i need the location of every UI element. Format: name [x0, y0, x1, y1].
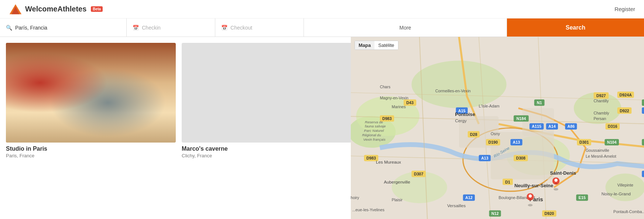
svg-text:Parc Naturel: Parc Naturel — [364, 129, 384, 133]
svg-point-5 — [411, 61, 506, 108]
listing-card[interactable]: Marco's caverne Clichy, France — [182, 43, 351, 213]
svg-text:...eue-les-Yvelines: ...eue-les-Yvelines — [352, 208, 384, 212]
svg-text:A14: A14 — [548, 124, 556, 129]
map-tab-mapa[interactable]: Mapa — [355, 41, 374, 49]
svg-text:Neuilly-sur-Seine: Neuilly-sur-Seine — [514, 183, 553, 188]
listing-title: Studio in Paris — [6, 146, 176, 152]
logo-area: WelcomeAthletes Beta — [9, 3, 103, 16]
svg-text:Versailles: Versailles — [447, 203, 466, 208]
svg-text:Pontault-Comba...: Pontault-Comba... — [613, 209, 644, 214]
svg-rect-76 — [642, 107, 644, 114]
calendar-checkin-icon: 📅 — [133, 25, 139, 31]
svg-point-114 — [528, 204, 533, 206]
svg-text:N1: N1 — [537, 100, 542, 105]
svg-text:N104: N104 — [607, 140, 617, 144]
svg-text:D983: D983 — [382, 116, 392, 121]
search-button[interactable]: Search — [507, 18, 644, 37]
checkout-field[interactable]: 📅 — [215, 18, 304, 37]
svg-text:Cormeilles-en-Vexin: Cormeilles-en-Vexin — [435, 89, 471, 93]
svg-text:Les Mureaux: Les Mureaux — [376, 160, 401, 164]
svg-text:D983: D983 — [366, 156, 376, 160]
listing-location: Paris, France — [6, 153, 176, 158]
header-right: Register — [614, 6, 635, 12]
svg-text:A13: A13 — [481, 156, 489, 160]
svg-point-112 — [554, 179, 558, 182]
listing-title: Marco's caverne — [182, 146, 351, 152]
svg-text:Saint-Denis: Saint-Denis — [550, 170, 576, 176]
svg-text:A86: A86 — [568, 124, 575, 129]
svg-text:Vexin français: Vexin français — [363, 137, 386, 141]
map-container: Mapa Satélite — [351, 37, 644, 219]
svg-text:Marines: Marines — [392, 105, 406, 109]
svg-text:N12: N12 — [491, 211, 499, 216]
svg-text:Chars: Chars — [380, 85, 391, 89]
svg-text:E15: E15 — [579, 195, 586, 200]
svg-text:Chambly: Chambly — [593, 111, 609, 115]
svg-text:D43: D43 — [406, 100, 414, 105]
map-tabs: Mapa Satélite — [354, 41, 398, 50]
listings-panel: Studio in Paris Paris, France Marco's ca… — [0, 37, 351, 219]
svg-text:Reserva de: Reserva de — [365, 120, 383, 124]
more-field[interactable]: More — [304, 18, 507, 37]
calendar-checkout-icon: 📅 — [221, 25, 227, 31]
location-input[interactable] — [15, 25, 120, 31]
svg-text:D920: D920 — [545, 211, 554, 216]
svg-text:Aubergenville: Aubergenville — [384, 179, 410, 184]
svg-rect-74 — [642, 139, 644, 146]
more-label: More — [399, 25, 411, 31]
svg-text:Pontoise: Pontoise — [455, 112, 475, 117]
svg-rect-78 — [642, 171, 644, 177]
svg-text:D1: D1 — [505, 180, 510, 184]
svg-text:Thoiry: Thoiry — [351, 195, 359, 200]
listing-location: Clichy, France — [182, 153, 351, 158]
svg-text:Régional du: Régional du — [362, 133, 381, 137]
svg-point-111 — [554, 188, 558, 190]
search-bar: 🔍 📅 📅 More Search — [0, 18, 644, 37]
header: WelcomeAthletes Beta Register — [0, 0, 644, 18]
svg-point-115 — [529, 195, 532, 198]
register-link[interactable]: Register — [614, 6, 635, 12]
svg-text:A115: A115 — [532, 124, 541, 129]
svg-text:fauna salvaje: fauna salvaje — [365, 124, 386, 128]
checkin-field[interactable]: 📅 — [127, 18, 215, 37]
svg-text:D927: D927 — [596, 93, 606, 98]
listing-card[interactable]: Studio in Paris Paris, France — [6, 43, 176, 213]
svg-text:Plaisir: Plaisir — [392, 198, 403, 202]
svg-point-8 — [606, 174, 644, 201]
svg-text:D307: D307 — [414, 172, 424, 176]
logo-icon — [9, 3, 22, 16]
search-icon: 🔍 — [6, 25, 12, 31]
svg-text:Villepinte: Villepinte — [617, 183, 633, 187]
svg-text:D924A: D924A — [620, 93, 632, 97]
checkout-input[interactable] — [230, 25, 298, 31]
logo-text: WelcomeAthletes — [25, 5, 86, 13]
svg-text:A13: A13 — [513, 140, 520, 144]
svg-text:D316: D316 — [608, 124, 617, 129]
main-content: Studio in Paris Paris, France Marco's ca… — [0, 37, 644, 219]
svg-text:Osny: Osny — [491, 131, 500, 136]
svg-text:D28: D28 — [470, 132, 477, 137]
checkin-input[interactable] — [142, 25, 209, 31]
svg-text:D308: D308 — [516, 156, 525, 160]
svg-text:D190: D190 — [488, 140, 498, 144]
svg-text:Persan: Persan — [593, 116, 606, 121]
beta-badge: Beta — [91, 6, 103, 12]
svg-text:Noisy-le-Grand: Noisy-le-Grand — [602, 191, 631, 196]
svg-text:Goussainville: Goussainville — [586, 148, 609, 153]
svg-rect-19 — [523, 108, 554, 136]
svg-text:L'Isle-Adam: L'Isle-Adam — [479, 104, 500, 108]
map-tab-satellite[interactable]: Satélite — [374, 41, 398, 49]
listing-image — [6, 43, 176, 143]
map-svg: D927 D43 N1 A15 A14 A13 N184 A86 — [351, 37, 644, 219]
svg-text:D922: D922 — [620, 109, 629, 113]
svg-text:Le Mesnil-Amelot: Le Mesnil-Amelot — [586, 154, 616, 158]
svg-text:D301: D301 — [579, 140, 589, 144]
svg-text:A12: A12 — [465, 195, 473, 200]
svg-text:Cergy: Cergy — [455, 118, 467, 123]
location-field[interactable]: 🔍 — [0, 18, 127, 37]
listing-image — [182, 43, 351, 143]
svg-text:N184: N184 — [517, 116, 526, 121]
svg-text:Magny-en-Vexin: Magny-en-Vexin — [380, 96, 408, 100]
svg-text:Chantilly: Chantilly — [593, 99, 609, 103]
